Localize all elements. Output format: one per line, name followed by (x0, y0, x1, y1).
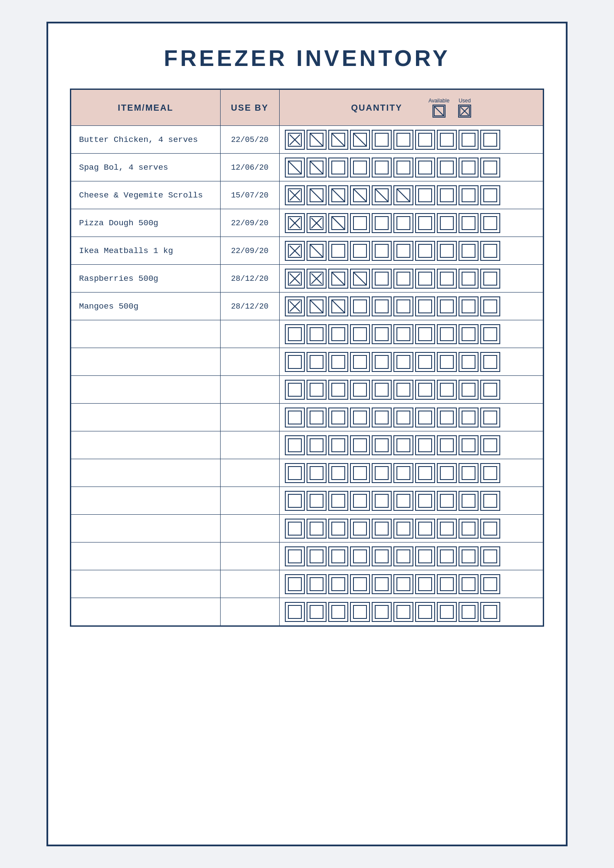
quantity-box[interactable] (437, 269, 457, 289)
quantity-box[interactable] (307, 269, 327, 289)
quantity-box[interactable] (480, 130, 500, 150)
quantity-box[interactable] (372, 574, 392, 594)
quantity-box[interactable] (372, 185, 392, 205)
quantity-box[interactable] (328, 408, 348, 427)
quantity-box[interactable] (415, 352, 435, 372)
quantity-box[interactable] (328, 491, 348, 511)
quantity-box[interactable] (328, 352, 348, 372)
quantity-box[interactable] (480, 491, 500, 511)
quantity-box[interactable] (307, 491, 327, 511)
quantity-box[interactable] (480, 213, 500, 233)
quantity-box[interactable] (459, 602, 479, 622)
quantity-box[interactable] (307, 158, 327, 178)
quantity-box[interactable] (285, 408, 305, 427)
quantity-box[interactable] (372, 269, 392, 289)
quantity-box[interactable] (285, 352, 305, 372)
quantity-box[interactable] (285, 491, 305, 511)
quantity-box[interactable] (459, 241, 479, 261)
quantity-box[interactable] (393, 130, 413, 150)
quantity-box[interactable] (437, 130, 457, 150)
quantity-box[interactable] (437, 296, 457, 316)
quantity-box[interactable] (350, 185, 370, 205)
quantity-box[interactable] (393, 324, 413, 344)
quantity-box[interactable] (307, 241, 327, 261)
quantity-box[interactable] (285, 296, 305, 316)
quantity-box[interactable] (350, 324, 370, 344)
quantity-box[interactable] (480, 296, 500, 316)
quantity-box[interactable] (328, 158, 348, 178)
quantity-box[interactable] (350, 241, 370, 261)
quantity-box[interactable] (328, 435, 348, 455)
quantity-box[interactable] (480, 463, 500, 483)
quantity-box[interactable] (415, 241, 435, 261)
quantity-box[interactable] (415, 408, 435, 427)
quantity-box[interactable] (415, 491, 435, 511)
quantity-box[interactable] (328, 241, 348, 261)
quantity-box[interactable] (285, 463, 305, 483)
quantity-box[interactable] (307, 574, 327, 594)
quantity-box[interactable] (350, 352, 370, 372)
quantity-box[interactable] (437, 574, 457, 594)
quantity-box[interactable] (285, 574, 305, 594)
quantity-box[interactable] (415, 213, 435, 233)
quantity-box[interactable] (307, 130, 327, 150)
quantity-box[interactable] (459, 519, 479, 539)
quantity-box[interactable] (480, 574, 500, 594)
quantity-box[interactable] (307, 546, 327, 566)
quantity-box[interactable] (372, 296, 392, 316)
quantity-box[interactable] (372, 546, 392, 566)
quantity-box[interactable] (350, 519, 370, 539)
quantity-box[interactable] (350, 380, 370, 400)
quantity-box[interactable] (459, 158, 479, 178)
quantity-box[interactable] (393, 408, 413, 427)
quantity-box[interactable] (285, 130, 305, 150)
quantity-box[interactable] (459, 491, 479, 511)
quantity-box[interactable] (372, 213, 392, 233)
quantity-box[interactable] (480, 324, 500, 344)
quantity-box[interactable] (307, 435, 327, 455)
quantity-box[interactable] (415, 546, 435, 566)
quantity-box[interactable] (372, 519, 392, 539)
quantity-box[interactable] (393, 574, 413, 594)
quantity-box[interactable] (372, 408, 392, 427)
quantity-box[interactable] (372, 130, 392, 150)
quantity-box[interactable] (459, 546, 479, 566)
quantity-box[interactable] (437, 546, 457, 566)
quantity-box[interactable] (415, 158, 435, 178)
quantity-box[interactable] (328, 463, 348, 483)
quantity-box[interactable] (459, 296, 479, 316)
quantity-box[interactable] (393, 463, 413, 483)
quantity-box[interactable] (415, 269, 435, 289)
quantity-box[interactable] (307, 463, 327, 483)
quantity-box[interactable] (307, 296, 327, 316)
quantity-box[interactable] (415, 574, 435, 594)
quantity-box[interactable] (437, 519, 457, 539)
quantity-box[interactable] (393, 213, 413, 233)
quantity-box[interactable] (372, 463, 392, 483)
quantity-box[interactable] (350, 213, 370, 233)
quantity-box[interactable] (393, 352, 413, 372)
quantity-box[interactable] (372, 602, 392, 622)
quantity-box[interactable] (307, 185, 327, 205)
quantity-box[interactable] (415, 324, 435, 344)
quantity-box[interactable] (372, 380, 392, 400)
quantity-box[interactable] (459, 463, 479, 483)
quantity-box[interactable] (285, 241, 305, 261)
quantity-box[interactable] (350, 463, 370, 483)
quantity-box[interactable] (350, 491, 370, 511)
quantity-box[interactable] (393, 296, 413, 316)
quantity-box[interactable] (350, 435, 370, 455)
quantity-box[interactable] (437, 435, 457, 455)
quantity-box[interactable] (459, 324, 479, 344)
quantity-box[interactable] (350, 408, 370, 427)
quantity-box[interactable] (415, 435, 435, 455)
quantity-box[interactable] (415, 380, 435, 400)
quantity-box[interactable] (437, 491, 457, 511)
quantity-box[interactable] (350, 546, 370, 566)
quantity-box[interactable] (328, 380, 348, 400)
quantity-box[interactable] (350, 296, 370, 316)
quantity-box[interactable] (480, 602, 500, 622)
quantity-box[interactable] (393, 185, 413, 205)
quantity-box[interactable] (415, 130, 435, 150)
quantity-box[interactable] (372, 352, 392, 372)
